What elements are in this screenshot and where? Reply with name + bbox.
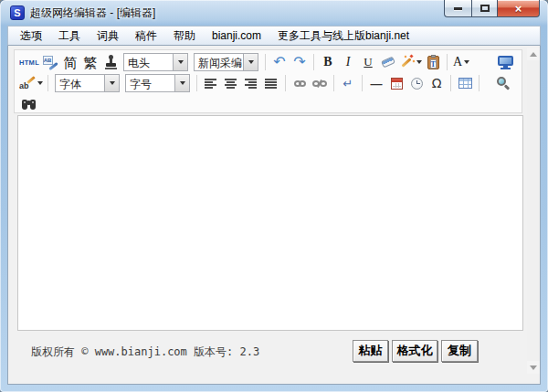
eraser-button[interactable] <box>379 53 397 71</box>
fullscreen-preview-button[interactable] <box>496 53 514 71</box>
align-left-button[interactable] <box>202 74 220 92</box>
header-combo[interactable]: 电头 <box>123 53 188 71</box>
remove-link-button[interactable] <box>311 74 329 92</box>
simplified-icon: 简 <box>64 56 78 69</box>
clock-icon <box>411 78 423 90</box>
insert-link-button[interactable] <box>290 74 309 92</box>
omega-icon: Ω <box>432 76 442 90</box>
toolbar-separator <box>479 75 480 91</box>
chevron-down-icon <box>178 60 184 64</box>
scroll-up-button[interactable] <box>527 48 540 60</box>
toolbar-separator <box>362 75 363 91</box>
spell-check-icon: ab <box>19 77 36 90</box>
spell-check-button[interactable]: ab <box>19 74 43 92</box>
paste-clipboard-icon: T <box>427 56 439 69</box>
align-center-icon <box>225 78 237 89</box>
special-char-button[interactable]: Ω <box>427 74 446 92</box>
copy-button[interactable]: 复制 <box>441 340 478 362</box>
binoculars-icon <box>22 99 36 111</box>
font-size-value: 字号 <box>126 75 174 91</box>
line-break-button[interactable]: ↵ <box>339 74 357 92</box>
scroll-down-button[interactable] <box>527 361 540 374</box>
font-family-dropdown[interactable] <box>104 75 119 91</box>
horizontal-rule-button[interactable]: — <box>367 74 385 92</box>
preview-button[interactable] <box>494 74 512 92</box>
traditional-chinese-button[interactable]: 繁 <box>81 53 100 71</box>
align-left-icon <box>205 78 217 89</box>
category-combo-dropdown[interactable] <box>243 54 258 70</box>
traditional-icon: 繁 <box>84 56 98 69</box>
find-button[interactable] <box>19 95 37 113</box>
menu-item-tools[interactable]: 工具 <box>50 26 89 47</box>
close-button[interactable]: × <box>498 0 540 17</box>
undo-icon: ↶ <box>273 55 285 69</box>
align-center-button[interactable] <box>222 74 240 92</box>
menu-item-more-tools[interactable]: 更多工具与线上版bianji.net <box>269 26 417 47</box>
magic-format-button[interactable] <box>399 53 422 71</box>
horizontal-rule-icon: — <box>371 77 383 90</box>
pen-box-icon: AB <box>43 55 58 69</box>
close-icon: × <box>515 3 522 15</box>
maximize-button[interactable] <box>471 0 498 17</box>
toolbar-separator <box>47 75 48 91</box>
toolbar-row-2: ab 字体 字号 <box>18 73 518 93</box>
font-color-button[interactable]: A <box>452 53 470 71</box>
toolbar: HTML AB 简 繁 电头 新闻采编 ↶ ↷ <box>14 49 522 113</box>
undo-button[interactable]: ↶ <box>270 53 289 71</box>
minimize-button[interactable] <box>444 0 471 17</box>
simplified-chinese-button[interactable]: 简 <box>61 53 79 71</box>
editor-canvas[interactable] <box>17 115 523 331</box>
client-area: HTML AB 简 繁 电头 新闻采编 ↶ ↷ <box>7 46 541 385</box>
scroll-down-icon <box>530 366 537 370</box>
sign-edit-button[interactable]: AB <box>41 53 59 71</box>
category-combo[interactable]: 新闻采编 <box>194 53 258 71</box>
align-right-button[interactable] <box>242 74 260 92</box>
window-controls: × <box>444 0 540 17</box>
html-source-button[interactable]: HTML <box>19 53 39 71</box>
magnifier-globe-icon <box>496 76 511 90</box>
chevron-down-icon <box>37 81 43 85</box>
window-title: 超级网络编辑器 - [编辑器] <box>30 5 155 21</box>
toolbar-separator <box>313 54 314 70</box>
redo-button[interactable]: ↷ <box>290 53 309 71</box>
scroll-up-icon <box>530 52 537 57</box>
menu-item-options[interactable]: 选项 <box>12 26 50 47</box>
font-family-combo[interactable]: 字体 <box>55 74 120 92</box>
font-size-dropdown[interactable] <box>174 75 189 91</box>
line-break-icon: ↵ <box>343 77 353 90</box>
italic-icon: I <box>346 55 351 69</box>
redo-icon: ↷ <box>293 55 305 69</box>
paste-special-button[interactable]: T <box>424 53 442 71</box>
chevron-down-icon <box>110 81 115 85</box>
align-right-icon <box>245 78 258 89</box>
format-button[interactable]: 格式化 <box>392 340 437 362</box>
insert-time-button[interactable] <box>407 74 426 92</box>
header-combo-dropdown[interactable] <box>173 54 187 70</box>
align-justify-button[interactable] <box>262 74 280 92</box>
menu-item-bianji-site[interactable]: bianji.com <box>204 26 269 45</box>
monitor-icon <box>498 56 513 69</box>
font-size-combo[interactable]: 字号 <box>125 74 190 92</box>
paste-button[interactable]: 粘贴 <box>353 340 388 362</box>
toolbar-separator <box>265 54 266 70</box>
align-justify-icon <box>265 78 278 89</box>
link-icon <box>294 80 306 87</box>
toolbar-row-3 <box>18 94 518 114</box>
menu-item-help[interactable]: 帮助 <box>165 26 204 47</box>
menu-item-dictionary[interactable]: 词典 <box>89 26 127 47</box>
insert-table-button[interactable] <box>456 74 474 92</box>
chevron-down-icon <box>248 60 254 64</box>
font-family-value: 字体 <box>56 75 104 91</box>
toolbar-separator <box>333 75 334 91</box>
italic-button[interactable]: I <box>339 53 357 71</box>
app-logo-icon: S <box>10 5 25 20</box>
html-icon: HTML <box>19 58 39 67</box>
insert-date-button[interactable] <box>387 74 406 92</box>
bold-button[interactable]: B <box>319 53 337 71</box>
scrollbar[interactable] <box>527 48 540 374</box>
menu-item-manuscript[interactable]: 稿件 <box>127 26 165 47</box>
stamp-button[interactable] <box>101 53 120 71</box>
minimize-icon <box>454 7 462 10</box>
underline-button[interactable]: U <box>359 53 377 71</box>
underline-icon: U <box>364 55 372 69</box>
